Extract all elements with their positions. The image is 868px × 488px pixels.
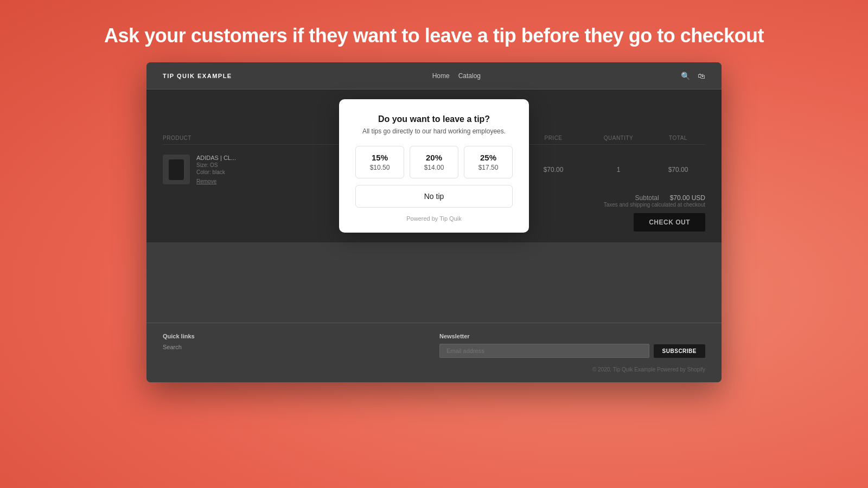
- tip-option-20[interactable]: 20% $14.00: [410, 146, 458, 178]
- modal-subtitle: All tips go directly to our hard working…: [355, 127, 513, 135]
- store-header: TIP QUIK EXAMPLE Home Catalog 🔍 🛍: [146, 62, 722, 89]
- page-wrapper: Ask your customers if they want to leave…: [0, 0, 868, 488]
- tip-amount-20: $14.00: [414, 164, 454, 171]
- store-nav: Home Catalog: [432, 72, 481, 80]
- tip-amount-25: $17.50: [469, 164, 508, 171]
- modal-title: Do you want to leave a tip?: [355, 114, 513, 124]
- nav-catalog[interactable]: Catalog: [458, 72, 481, 80]
- quick-links-title: Quick links: [163, 333, 429, 339]
- footer-quick-links: Quick links Search: [163, 333, 429, 358]
- tip-amount-15: $10.50: [360, 164, 399, 171]
- cart-icon[interactable]: 🛍: [698, 72, 705, 80]
- footer-copyright: © 2020, Tip Quik Example Powered by Shop…: [163, 367, 705, 373]
- header-icons: 🔍 🛍: [681, 72, 705, 80]
- footer-newsletter: Newsletter SUBSCRIBE: [439, 333, 705, 358]
- footer-search-link[interactable]: Search: [163, 344, 429, 350]
- store-brand: TIP QUIK EXAMPLE: [163, 73, 232, 79]
- nav-home[interactable]: Home: [432, 72, 450, 80]
- modal-overlay: Do you want to leave a tip? All tips go …: [146, 89, 722, 242]
- modal-powered-by: Powered by Tip Quik: [355, 215, 513, 222]
- tip-options: 15% $10.50 20% $14.00 25% $17.50: [355, 146, 513, 178]
- tip-pct-15: 15%: [360, 153, 399, 162]
- tip-pct-20: 20%: [414, 153, 454, 162]
- tip-modal: Do you want to leave a tip? All tips go …: [339, 99, 529, 233]
- store-footer: Quick links Search Newsletter SUBSCRIBE …: [146, 323, 722, 382]
- no-tip-button[interactable]: No tip: [355, 185, 513, 208]
- tip-pct-25: 25%: [469, 153, 508, 162]
- tip-option-25[interactable]: 25% $17.50: [464, 146, 513, 178]
- newsletter-row: SUBSCRIBE: [439, 344, 705, 358]
- browser-window: TIP QUIK EXAMPLE Home Catalog 🔍 🛍 Your c…: [146, 62, 722, 382]
- tip-option-15[interactable]: 15% $10.50: [355, 146, 404, 178]
- store-content: Your cart Continue shopping PRODUCT PRIC…: [146, 89, 722, 242]
- subscribe-button[interactable]: SUBSCRIBE: [654, 344, 705, 358]
- newsletter-title: Newsletter: [439, 333, 705, 339]
- email-input[interactable]: [439, 344, 649, 358]
- footer-grid: Quick links Search Newsletter SUBSCRIBE: [163, 333, 705, 358]
- search-icon[interactable]: 🔍: [681, 72, 690, 80]
- headline: Ask your customers if they want to leave…: [104, 24, 764, 47]
